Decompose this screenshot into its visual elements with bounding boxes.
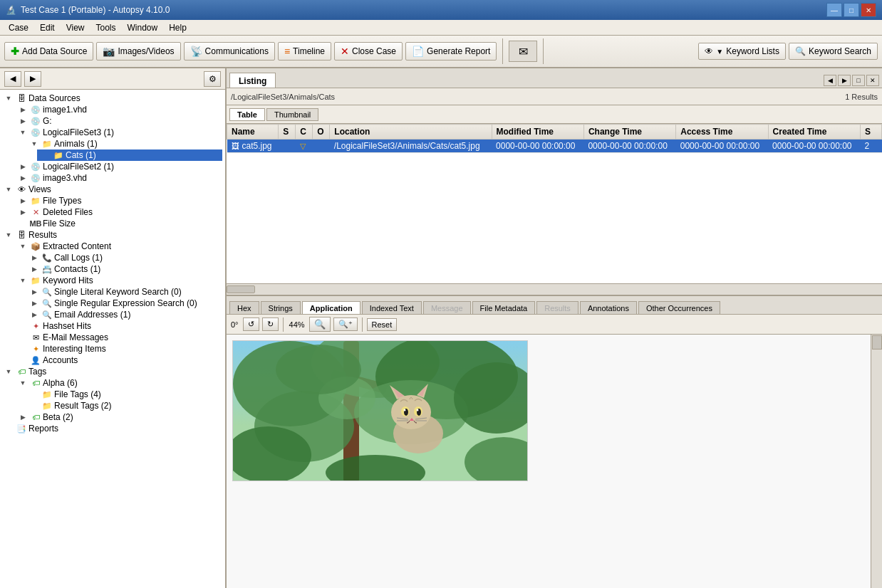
col-header-s2[interactable]: S	[861, 125, 882, 140]
col-header-location[interactable]: Location	[330, 125, 492, 140]
toggle-alpha[interactable]: ▼	[17, 379, 28, 387]
rotate-right-button[interactable]: ↻	[262, 317, 279, 331]
reset-button[interactable]: Reset	[367, 318, 398, 331]
tab-application[interactable]: Application	[302, 301, 360, 314]
tab-file-metadata[interactable]: File Metadata	[472, 301, 536, 314]
vscroll-thumb[interactable]	[872, 335, 882, 350]
toggle-singleregex[interactable]: ▶	[28, 300, 40, 307]
tree-item-reports[interactable]: 📑 Reports	[3, 423, 222, 434]
tree-item-results[interactable]: ▼ 🗄 Results	[3, 229, 222, 241]
vertical-scrollbar[interactable]	[871, 335, 882, 588]
settings-button[interactable]: ⚙	[204, 71, 221, 87]
col-header-name[interactable]: Name	[227, 125, 279, 140]
images-videos-button[interactable]: 📷 Images/Videos	[96, 42, 180, 61]
tree-item-extracted[interactable]: ▼ 📦 Extracted Content	[14, 241, 222, 252]
keyword-search-button[interactable]: 🔍 Keyword Search	[789, 43, 878, 60]
tree-item-resulttags[interactable]: 📁 Result Tags (2)	[26, 400, 222, 411]
tree-item-kwhits[interactable]: ▼ 📁 Keyword Hits	[14, 275, 222, 286]
scroll-thumb[interactable]	[227, 285, 255, 293]
close-case-button[interactable]: ✕ Close Case	[334, 42, 403, 61]
communications-button[interactable]: 📡 Communications	[184, 42, 275, 61]
tree-item-beta[interactable]: ▶ 🏷 Beta (2)	[14, 411, 222, 423]
tab-strings[interactable]: Strings	[261, 301, 301, 314]
tree-item-singlelit[interactable]: ▶ 🔍 Single Literal Keyword Search (0)	[26, 286, 222, 298]
tree-item-filetypes[interactable]: ▶ 📁 File Types	[14, 195, 222, 206]
tree-item-lfs3[interactable]: ▼ 💿 LogicalFileSet3 (1)	[14, 127, 222, 138]
tree-item-contacts[interactable]: ▶ 📇 Contacts (1)	[26, 263, 222, 275]
tree-item-calllogs[interactable]: ▶ 📞 Call Logs (1)	[26, 252, 222, 263]
toggle-data-sources[interactable]: ▼	[3, 95, 14, 102]
tab-results[interactable]: Results	[536, 301, 579, 314]
listing-nav-maximize[interactable]: □	[852, 75, 865, 86]
col-header-c[interactable]: C	[296, 125, 313, 140]
rotate-left-button[interactable]: ↺	[243, 317, 259, 331]
toggle-tags[interactable]: ▼	[3, 368, 14, 375]
listing-nav-close[interactable]: ✕	[866, 75, 879, 86]
add-data-source-button[interactable]: ✚ Add Data Source	[4, 42, 93, 61]
tree-item-alpha[interactable]: ▼ 🏷 Alpha (6)	[14, 377, 222, 389]
table-row[interactable]: 🖼 cat5.jpg ▽ /LogicalFileSet3/Animals/Ca…	[227, 140, 882, 153]
tree-item-emailaddr[interactable]: ▶ 🔍 Email Addresses (1)	[26, 309, 222, 320]
tree-item-data-sources[interactable]: ▼ 🗄 Data Sources	[3, 93, 222, 104]
col-header-created[interactable]: Created Time	[768, 125, 860, 140]
toggle-filetypes[interactable]: ▶	[17, 197, 28, 204]
toggle-results[interactable]: ▼	[3, 231, 14, 238]
listing-nav-right[interactable]: ▶	[838, 75, 851, 86]
tab-hex[interactable]: Hex	[229, 301, 259, 314]
menu-window[interactable]: Window	[122, 21, 164, 34]
minimize-button[interactable]: —	[826, 3, 842, 17]
tree-item-cats[interactable]: 📁 Cats (1)	[37, 149, 222, 161]
tree-item-hashset[interactable]: ✦ Hashset Hits	[14, 320, 222, 332]
tab-other-occurrences[interactable]: Other Occurrences	[638, 301, 720, 314]
toggle-deleted[interactable]: ▶	[17, 209, 28, 216]
toggle-image1[interactable]: ▶	[17, 106, 28, 113]
timeline-button[interactable]: ≡ Timeline	[278, 42, 331, 61]
view-tab-thumbnail[interactable]: Thumbnail	[266, 108, 318, 121]
toggle-animals[interactable]: ▼	[28, 140, 40, 147]
zoom-in-button[interactable]: 🔍⁺	[333, 317, 358, 331]
menu-help[interactable]: Help	[163, 21, 192, 34]
back-button[interactable]: ◀	[4, 71, 21, 87]
menu-edit[interactable]: Edit	[34, 21, 61, 34]
col-header-o[interactable]: O	[313, 125, 330, 140]
forward-button[interactable]: ▶	[24, 71, 41, 87]
tab-annotations[interactable]: Annotations	[580, 301, 637, 314]
toggle-g[interactable]: ▶	[17, 117, 28, 125]
zoom-out-button[interactable]: 🔍	[309, 317, 331, 332]
maximize-button[interactable]: □	[844, 3, 859, 17]
toggle-singlelit[interactable]: ▶	[28, 288, 40, 295]
col-header-modified[interactable]: Modified Time	[492, 125, 583, 140]
menu-view[interactable]: View	[61, 21, 90, 34]
tree-item-g[interactable]: ▶ 💿 G:	[14, 115, 222, 127]
listing-nav-left[interactable]: ◀	[824, 75, 836, 86]
tree-item-singleregex[interactable]: ▶ 🔍 Single Regular Expression Search (0)	[26, 298, 222, 309]
menu-tools[interactable]: Tools	[90, 21, 122, 34]
tree-item-lfs2[interactable]: ▶ 💿 LogicalFileSet2 (1)	[14, 161, 222, 172]
toggle-calllogs[interactable]: ▶	[28, 254, 40, 261]
toggle-lfs2[interactable]: ▶	[17, 163, 28, 170]
close-button[interactable]: ✕	[861, 3, 876, 17]
tree-item-views[interactable]: ▼ 👁 Views	[3, 184, 222, 195]
view-tab-table[interactable]: Table	[229, 108, 265, 121]
tree-item-animals[interactable]: ▼ 📁 Animals (1)	[26, 138, 222, 149]
col-header-s[interactable]: S	[279, 125, 296, 140]
toggle-contacts[interactable]: ▶	[28, 266, 40, 273]
tab-message[interactable]: Message	[423, 301, 471, 314]
listing-tab[interactable]: Listing	[229, 73, 276, 88]
tab-indexed-text[interactable]: Indexed Text	[362, 301, 422, 314]
tree-item-filetags[interactable]: 📁 File Tags (4)	[26, 389, 222, 400]
toggle-kwhits[interactable]: ▼	[17, 277, 28, 284]
tree-item-filesize[interactable]: MB File Size	[14, 218, 222, 229]
tree-item-image1[interactable]: ▶ 💿 image1.vhd	[14, 104, 222, 115]
tree-item-image3[interactable]: ▶ 💿 image3.vhd	[14, 172, 222, 184]
tree-item-interesting[interactable]: ✦ Interesting Items	[14, 343, 222, 355]
keyword-lists-button[interactable]: 👁 ▼ Keyword Lists	[698, 43, 786, 60]
toggle-lfs3[interactable]: ▼	[17, 129, 28, 136]
menu-case[interactable]: Case	[3, 21, 34, 34]
tree-item-deleted[interactable]: ▶ ✕ Deleted Files	[14, 206, 222, 218]
col-header-change[interactable]: Change Time	[583, 125, 675, 140]
toggle-beta[interactable]: ▶	[17, 414, 28, 421]
generate-report-button[interactable]: 📄 Generate Report	[405, 42, 497, 61]
toggle-emailaddr[interactable]: ▶	[28, 311, 40, 318]
email-icon-btn[interactable]: ✉	[509, 41, 537, 62]
